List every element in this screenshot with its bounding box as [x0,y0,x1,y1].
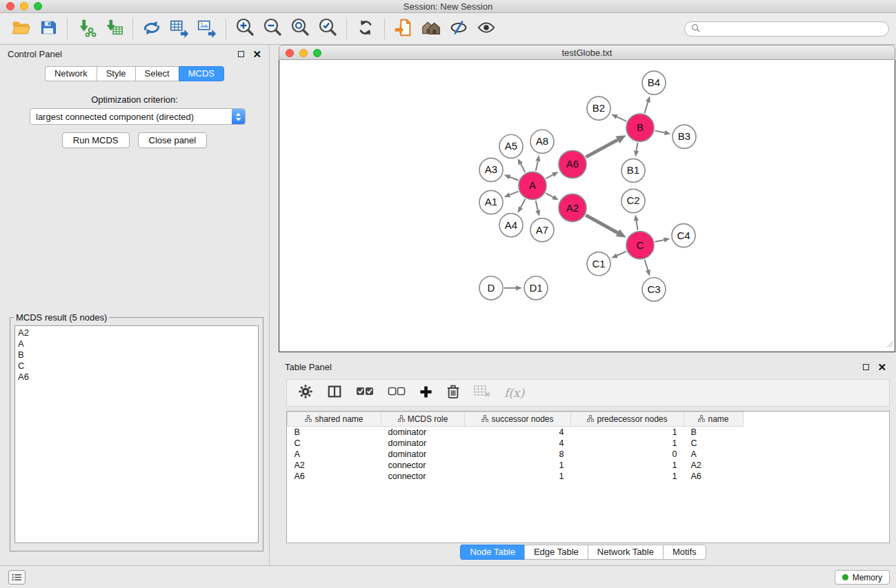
table-cell[interactable]: 1 [571,427,684,438]
network-edge[interactable] [655,240,664,242]
table-cell[interactable]: 1 [465,460,571,471]
table-row[interactable]: A6connector11A6 [288,471,744,482]
search-input[interactable] [704,24,882,34]
delete-table-button[interactable] [474,385,490,401]
tab-network-table[interactable]: Network Table [588,545,663,560]
table-cell[interactable]: 1 [465,471,571,482]
table-row[interactable]: A2connector11A2 [288,460,744,471]
import-network-from-file-button[interactable] [72,16,100,42]
table-cell[interactable]: B [684,427,744,438]
column-header[interactable]: predecessor nodes [571,412,684,427]
close-window-button[interactable] [6,2,14,10]
network-edge[interactable] [536,201,538,210]
save-session-button[interactable] [34,16,62,42]
zoom-fit-button[interactable] [286,16,314,42]
table-cell[interactable]: 1 [571,438,684,449]
table-cell[interactable]: C [288,438,381,449]
network-edge[interactable] [655,131,665,133]
mcds-result-list[interactable]: A2ABCA6 [14,325,259,543]
tab-motifs[interactable]: Motifs [663,545,706,560]
delete-row-button[interactable] [446,384,460,402]
table-cell[interactable]: dominator [381,449,465,460]
hide-graphics-details-button[interactable] [445,16,472,42]
network-canvas[interactable]: AA1A2A3A4A5A6A7A8BB1B2B3B4CC1C2C3C4DD1 [279,60,895,352]
mcds-result-item[interactable]: C [18,361,255,372]
zoom-out-button[interactable] [259,16,286,42]
memory-button[interactable]: Memory [835,570,890,585]
new-network-button[interactable] [138,16,166,42]
network-edge[interactable] [586,215,617,233]
mcds-result-item[interactable]: B [18,349,255,361]
table-row[interactable]: Adominator80A [288,449,744,460]
show-graphics-details-button[interactable] [472,16,500,42]
function-builder-button[interactable]: f(x) [504,386,524,400]
table-cell[interactable]: 4 [465,438,571,449]
table-cell[interactable]: A2 [288,460,381,471]
mcds-result-item[interactable]: A6 [18,372,255,383]
close-table-panel-icon[interactable]: ✕ [877,362,886,372]
zoom-in-button[interactable] [231,16,259,42]
zoom-network-window-button[interactable] [313,49,321,57]
run-mcds-button[interactable]: Run MCDS [62,132,130,148]
add-row-button[interactable] [419,385,432,401]
network-edge[interactable] [521,199,526,207]
zoom-window-button[interactable] [34,2,42,10]
mcds-result-item[interactable]: A [18,338,255,349]
search-box[interactable] [684,21,889,37]
network-edge[interactable] [510,192,519,195]
table-cell[interactable]: dominator [381,427,465,438]
network-edge[interactable] [645,260,648,270]
table-row[interactable]: Cdominator41C [288,438,744,449]
network-edge[interactable] [546,193,553,197]
close-network-window-button[interactable] [286,49,294,57]
float-panel-icon[interactable] [238,51,244,57]
network-edge[interactable] [644,102,648,113]
tab-select[interactable]: Select [135,66,179,81]
open-document-button[interactable] [390,16,417,42]
network-edge[interactable] [536,161,538,171]
export-table-button[interactable] [166,16,193,42]
network-edge[interactable] [510,177,518,181]
table-cell[interactable]: A6 [288,471,381,482]
table-cell[interactable]: A6 [684,471,744,482]
mcds-result-item[interactable]: A2 [18,327,255,338]
table-cell[interactable]: A [288,449,381,460]
table-cell[interactable]: 8 [465,449,571,460]
table-cell[interactable]: C [684,438,744,449]
resize-grip-icon[interactable] [886,338,894,351]
table-cell[interactable]: connector [381,460,465,471]
table-cell[interactable]: 0 [571,449,684,460]
network-edge[interactable] [637,143,638,151]
table-settings-button[interactable] [298,384,313,402]
table-cell[interactable]: 4 [465,427,571,438]
tab-node-table[interactable]: Node Table [460,545,524,560]
table-cell[interactable]: 1 [571,471,684,482]
column-header[interactable]: shared name [288,412,381,427]
export-image-button[interactable] [193,16,221,42]
table-cell[interactable]: dominator [381,438,465,449]
network-edge[interactable] [617,252,626,256]
float-table-panel-icon[interactable] [863,364,869,370]
deselect-all-button[interactable] [388,386,406,400]
column-header[interactable]: successor nodes [465,412,571,427]
network-window-titlebar[interactable]: testGlobe.txt [279,45,895,60]
table-cell[interactable]: B [288,427,381,438]
import-table-from-file-button[interactable] [100,16,128,42]
table-cell[interactable]: connector [381,471,465,482]
minimize-network-window-button[interactable] [299,49,308,57]
optimization-criterion-select[interactable]: largest connected component (directed) [30,108,246,125]
refresh-button[interactable] [352,16,379,42]
network-edge[interactable] [546,174,552,179]
table-row[interactable]: Bdominator41B [288,427,744,438]
tab-mcds[interactable]: MCDS [179,66,224,81]
task-history-button[interactable] [8,570,26,585]
network-edge[interactable] [586,140,617,157]
tab-network[interactable]: Network [45,66,97,81]
column-header[interactable]: name [684,412,744,427]
close-panel-button[interactable]: Close panel [138,132,208,148]
network-edge[interactable] [617,116,626,121]
minimize-window-button[interactable] [20,2,28,10]
table-cell[interactable]: 1 [571,460,684,471]
zoom-selected-button[interactable] [314,16,341,42]
split-view-button[interactable] [327,384,342,402]
